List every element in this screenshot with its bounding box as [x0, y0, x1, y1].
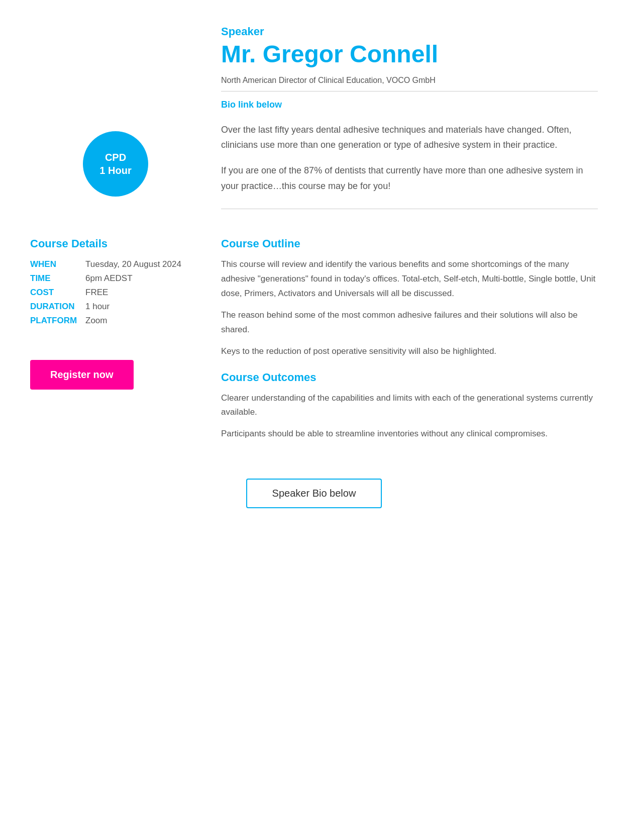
divider-1: [221, 91, 598, 91]
cost-label: COST: [30, 288, 85, 298]
description-para-1: Over the last fifty years dental adhesiv…: [221, 122, 598, 153]
time-label: TIME: [30, 273, 85, 284]
detail-row-when: WHEN Tuesday, 20 August 2024: [30, 259, 201, 269]
when-value: Tuesday, 20 August 2024: [85, 259, 181, 269]
outline-para-2: The reason behind some of the most commo…: [221, 308, 598, 337]
left-column: CPD 1 Hour: [30, 20, 201, 217]
speaker-label: Speaker: [221, 25, 598, 38]
divider-2: [221, 209, 598, 209]
outline-para-1: This course will review and identify the…: [221, 257, 598, 301]
speaker-name: Mr. Gregor Connell: [221, 41, 598, 68]
page-container: CPD 1 Hour Speaker Mr. Gregor Connell No…: [0, 0, 628, 840]
cost-value: FREE: [85, 288, 108, 298]
detail-row-cost: COST FREE: [30, 288, 201, 298]
platform-label: PLATFORM: [30, 316, 85, 326]
outcomes-para-1: Clearer understanding of the capabilitie…: [221, 391, 598, 420]
course-content-panel: Course Outline This course will review a…: [221, 237, 598, 448]
speaker-bio-button[interactable]: Speaker Bio below: [246, 479, 382, 508]
cpd-hours: 1 Hour: [99, 164, 131, 177]
bottom-section: Course Details WHEN Tuesday, 20 August 2…: [30, 237, 598, 448]
time-value: 6pm AEDST: [85, 273, 133, 284]
top-section: CPD 1 Hour Speaker Mr. Gregor Connell No…: [30, 20, 598, 217]
speaker-bio-section: Speaker Bio below: [30, 479, 598, 528]
outcomes-para-2: Participants should be able to streamlin…: [221, 427, 598, 441]
bio-link: Bio link below: [221, 100, 598, 110]
when-label: WHEN: [30, 259, 85, 269]
cpd-badge: CPD 1 Hour: [83, 131, 148, 197]
detail-row-platform: PLATFORM Zoom: [30, 316, 201, 326]
description-block: Over the last fifty years dental adhesiv…: [221, 122, 598, 194]
right-column: Speaker Mr. Gregor Connell North America…: [221, 20, 598, 217]
detail-row-time: TIME 6pm AEDST: [30, 273, 201, 284]
register-now-button[interactable]: Register now: [30, 360, 134, 390]
cpd-label: CPD: [105, 151, 126, 164]
course-details-title: Course Details: [30, 237, 201, 250]
description-para-2: If you are one of the 87% of dentists th…: [221, 163, 598, 194]
platform-value: Zoom: [85, 316, 107, 326]
detail-row-duration: DURATION 1 hour: [30, 302, 201, 312]
duration-label: DURATION: [30, 302, 85, 312]
course-outcomes-title: Course Outcomes: [221, 371, 598, 384]
course-outline-title: Course Outline: [221, 237, 598, 250]
speaker-title: North American Director of Clinical Educ…: [221, 76, 598, 85]
course-details-panel: Course Details WHEN Tuesday, 20 August 2…: [30, 237, 201, 448]
outline-para-3: Keys to the reduction of post operative …: [221, 344, 598, 359]
duration-value: 1 hour: [85, 302, 110, 312]
